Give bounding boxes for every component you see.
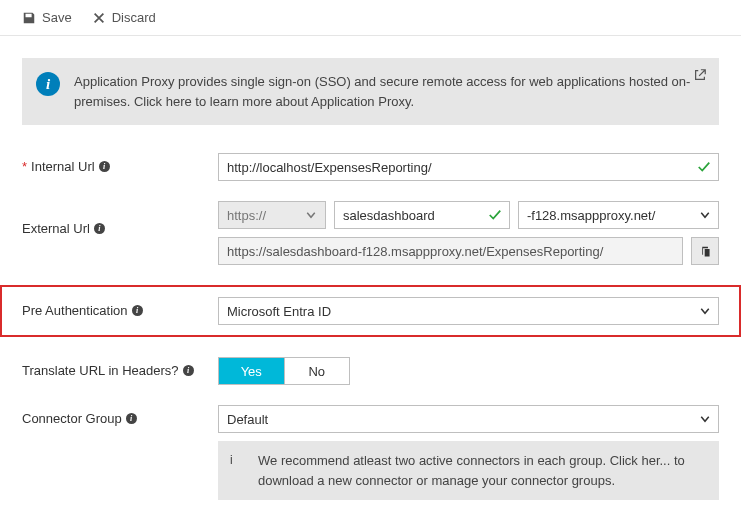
pre-auth-label: Pre Authentication i xyxy=(22,297,218,318)
copy-icon xyxy=(699,245,712,258)
info-banner-text: Application Proxy provides single sign-o… xyxy=(74,72,705,111)
chevron-down-icon xyxy=(699,209,711,221)
connector-info-banner[interactable]: i We recommend atleast two active connec… xyxy=(218,441,719,500)
discard-icon xyxy=(92,11,106,25)
chevron-down-icon xyxy=(699,413,711,425)
connector-group-label: Connector Group i xyxy=(22,405,218,426)
toggle-yes[interactable]: Yes xyxy=(219,358,284,384)
connector-info-text: We recommend atleast two active connecto… xyxy=(258,451,707,490)
connector-group-select[interactable] xyxy=(218,405,719,433)
pre-auth-select[interactable] xyxy=(218,297,719,325)
copy-button[interactable] xyxy=(691,237,719,265)
discard-button[interactable]: Discard xyxy=(92,10,156,25)
external-url-full xyxy=(218,237,683,265)
pre-auth-highlight: Pre Authentication i xyxy=(0,285,741,337)
check-icon xyxy=(488,208,502,222)
subdomain-input[interactable] xyxy=(334,201,510,229)
chevron-down-icon xyxy=(305,209,317,221)
help-icon[interactable]: i xyxy=(94,223,105,234)
save-icon xyxy=(22,11,36,25)
help-icon[interactable]: i xyxy=(183,365,194,376)
translate-url-toggle[interactable]: Yes No xyxy=(218,357,350,385)
info-icon: i xyxy=(230,451,248,469)
check-icon xyxy=(697,160,711,174)
info-icon: i xyxy=(36,72,60,96)
required-marker: * xyxy=(22,159,27,174)
external-url-label: External Url i xyxy=(22,201,218,236)
info-banner[interactable]: i Application Proxy provides single sign… xyxy=(22,58,719,125)
save-label: Save xyxy=(42,10,72,25)
internal-url-input[interactable] xyxy=(218,153,719,181)
external-link-icon[interactable] xyxy=(693,68,707,88)
translate-url-label: Translate URL in Headers? i xyxy=(22,357,218,378)
protocol-dropdown[interactable]: https:// xyxy=(218,201,326,229)
discard-label: Discard xyxy=(112,10,156,25)
chevron-down-icon xyxy=(699,305,711,317)
help-icon[interactable]: i xyxy=(126,413,137,424)
help-icon[interactable]: i xyxy=(99,161,110,172)
save-button[interactable]: Save xyxy=(22,10,72,25)
help-icon[interactable]: i xyxy=(132,305,143,316)
domain-select[interactable] xyxy=(518,201,719,229)
internal-url-label: * Internal Url i xyxy=(22,153,218,174)
toggle-no[interactable]: No xyxy=(284,358,350,384)
